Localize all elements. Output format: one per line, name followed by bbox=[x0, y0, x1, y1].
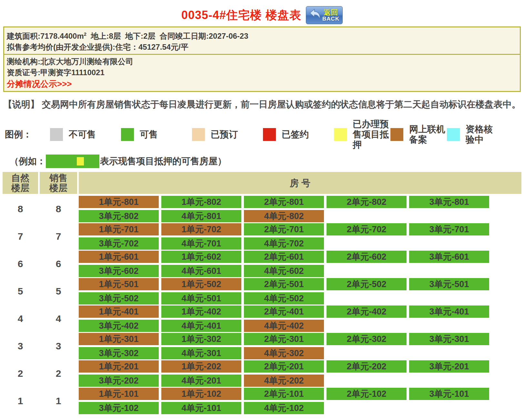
unit-cell[interactable]: 2单元-402 bbox=[327, 305, 407, 318]
units-area: 1单元-2011单元-2022单元-2012单元-2023单元-2013单元-2… bbox=[79, 360, 521, 387]
unit-cell[interactable]: 1单元-601 bbox=[79, 251, 159, 263]
unit-cell[interactable]: 1单元-202 bbox=[161, 360, 241, 373]
unit-cell[interactable]: 2单元-102 bbox=[327, 388, 407, 400]
unit-cell[interactable]: 4单元-201 bbox=[161, 375, 241, 387]
unit-row: 3单元-3024单元-3014单元-302 bbox=[79, 347, 521, 359]
unit-cell[interactable]: 1单元-302 bbox=[161, 333, 241, 345]
units-area: 1单元-6011单元-6022单元-6012单元-6023单元-6013单元-6… bbox=[79, 251, 521, 277]
unit-cell[interactable]: 4单元-602 bbox=[244, 265, 324, 277]
unit-cell[interactable]: 1单元-501 bbox=[79, 278, 159, 290]
sales-floor-label: 6 bbox=[40, 251, 77, 277]
legend-item-label: 已办理预售项目抵押 bbox=[353, 119, 390, 150]
unit-row: 3单元-6024单元-6014单元-602 bbox=[79, 265, 521, 277]
surveyor-line: 测绘机构:北京大地万川测绘有限公司 bbox=[7, 56, 517, 67]
legend-swatch bbox=[447, 128, 460, 141]
unit-cell[interactable]: 4单元-102 bbox=[244, 402, 324, 414]
units-area: 1单元-8011单元-8022单元-8012单元-8023单元-8013单元-8… bbox=[79, 196, 521, 222]
unit-row: 3单元-2024单元-2014单元-202 bbox=[79, 375, 521, 387]
unit-cell[interactable]: 2单元-502 bbox=[327, 278, 407, 290]
unit-cell[interactable]: 2单元-401 bbox=[244, 305, 324, 318]
unit-cell[interactable]: 1单元-802 bbox=[161, 196, 241, 208]
unit-cell[interactable]: 4单元-401 bbox=[161, 320, 241, 332]
unit-row: 1单元-4011单元-4022单元-4012单元-4023单元-401 bbox=[79, 305, 521, 318]
reference-price-line: 拟售参考均价(由开发企业提供):住宅：45127.54元/平 bbox=[7, 42, 517, 53]
unit-cell[interactable]: 4单元-801 bbox=[161, 210, 241, 222]
unit-cell[interactable]: 2单元-602 bbox=[327, 251, 407, 263]
legend-item-5: 网上联机备案 bbox=[390, 124, 447, 145]
unit-cell[interactable]: 1单元-201 bbox=[79, 360, 159, 373]
unit-cell[interactable]: 4单元-601 bbox=[161, 265, 241, 277]
unit-cell[interactable]: 3单元-101 bbox=[409, 388, 489, 400]
apportionment-link[interactable]: 分摊情况公示>>> bbox=[7, 78, 72, 90]
unit-cell[interactable]: 3单元-801 bbox=[409, 196, 489, 208]
unit-cell[interactable]: 4单元-202 bbox=[244, 375, 324, 387]
floor-section: 221单元-2011单元-2022单元-2012单元-2023单元-2013单元… bbox=[3, 360, 521, 387]
unit-cell[interactable]: 3单元-301 bbox=[409, 333, 489, 345]
unit-cell[interactable]: 3单元-202 bbox=[79, 375, 159, 387]
floors-container: 881单元-8011单元-8022单元-8012单元-8023单元-8013单元… bbox=[3, 196, 521, 420]
legend-item-label: 已签约 bbox=[282, 129, 309, 140]
unit-cell[interactable]: 4单元-302 bbox=[244, 347, 324, 359]
building-table: 自然楼层 销售楼层 房 号 881单元-8011单元-8022单元-8012单元… bbox=[3, 172, 521, 420]
unit-cell[interactable]: 1单元-102 bbox=[161, 388, 241, 400]
unit-cell[interactable]: 3单元-402 bbox=[79, 320, 159, 332]
unit-cell[interactable]: 1单元-301 bbox=[79, 333, 159, 345]
unit-cell[interactable]: 1单元-502 bbox=[161, 278, 241, 290]
back-button[interactable]: 返回 BACK bbox=[306, 6, 343, 24]
unit-cell[interactable]: 3单元-401 bbox=[409, 305, 489, 318]
unit-cell[interactable]: 2单元-802 bbox=[327, 196, 407, 208]
unit-cell[interactable]: 2单元-801 bbox=[244, 196, 324, 208]
natural-floor-label: 6 bbox=[3, 251, 38, 277]
example-mortgage-square bbox=[77, 157, 84, 165]
unit-cell[interactable]: 3单元-701 bbox=[409, 223, 489, 235]
legend-item-1: 可售 bbox=[121, 128, 192, 141]
unit-cell[interactable]: 4单元-701 bbox=[161, 237, 241, 250]
units-area: 1单元-5011单元-5022单元-5012单元-5023单元-5013单元-5… bbox=[79, 278, 521, 305]
back-button-label-en: BACK bbox=[322, 16, 339, 22]
unit-cell[interactable]: 1单元-602 bbox=[161, 251, 241, 263]
floor-section: 881单元-8011单元-8022单元-8012单元-8023单元-8013单元… bbox=[3, 196, 521, 222]
unit-cell[interactable]: 4单元-802 bbox=[244, 210, 324, 222]
unit-cell[interactable]: 2单元-702 bbox=[327, 223, 407, 235]
unit-row: 1单元-8011单元-8022单元-8012单元-8023单元-801 bbox=[79, 196, 521, 208]
natural-floor-label: 2 bbox=[3, 360, 38, 387]
unit-cell[interactable]: 2单元-601 bbox=[244, 251, 324, 263]
unit-cell[interactable]: 1单元-801 bbox=[79, 196, 159, 208]
unit-cell[interactable]: 3单元-802 bbox=[79, 210, 159, 222]
unit-cell[interactable]: 1单元-401 bbox=[79, 305, 159, 318]
unit-cell[interactable]: 1单元-702 bbox=[161, 223, 241, 235]
unit-cell[interactable]: 3单元-601 bbox=[409, 251, 489, 263]
legend-item-0: 不可售 bbox=[50, 128, 121, 141]
legend-swatch bbox=[50, 128, 63, 141]
unit-cell[interactable]: 3单元-702 bbox=[79, 237, 159, 250]
floor-section: 551单元-5011单元-5022单元-5012单元-5023单元-5013单元… bbox=[3, 278, 521, 305]
unit-cell[interactable]: 4单元-702 bbox=[244, 237, 324, 250]
update-notice: 【说明】 交易网中所有房屋销售状态于每日凌晨进行更新，前一日房屋认购或签约的状态… bbox=[3, 98, 521, 111]
unit-cell[interactable]: 3单元-102 bbox=[79, 402, 159, 414]
sales-floor-label: -1 bbox=[40, 415, 77, 420]
unit-row: 3单元-5024单元-5014单元-502 bbox=[79, 292, 521, 305]
unit-cell[interactable]: 1单元-101 bbox=[79, 388, 159, 400]
unit-cell[interactable]: 2单元-701 bbox=[244, 223, 324, 235]
unit-cell[interactable]: 4单元-501 bbox=[161, 292, 241, 305]
unit-row: 3单元-1024单元-1014单元-102 bbox=[79, 402, 521, 414]
unit-cell[interactable]: 3单元-501 bbox=[409, 278, 489, 290]
unit-cell[interactable]: 4单元-101 bbox=[161, 402, 241, 414]
unit-cell[interactable]: 1单元-402 bbox=[161, 305, 241, 318]
building-info-bottom: 测绘机构:北京大地万川测绘有限公司 资质证号:甲测资字11110021 分摊情况… bbox=[4, 55, 520, 91]
unit-cell[interactable]: 3单元-502 bbox=[79, 292, 159, 305]
unit-cell[interactable]: 2单元-101 bbox=[244, 388, 324, 400]
unit-cell[interactable]: 2单元-301 bbox=[244, 333, 324, 345]
unit-cell[interactable]: 2单元-202 bbox=[327, 360, 407, 373]
unit-cell[interactable]: 2单元-201 bbox=[244, 360, 324, 373]
unit-row: 1单元-1011单元-1022单元-1012单元-1023单元-101 bbox=[79, 388, 521, 400]
unit-cell[interactable]: 2单元-302 bbox=[327, 333, 407, 345]
unit-cell[interactable]: 4单元-301 bbox=[161, 347, 241, 359]
unit-cell[interactable]: 3单元-602 bbox=[79, 265, 159, 277]
unit-cell[interactable]: 4单元-502 bbox=[244, 292, 324, 305]
unit-cell[interactable]: 3单元-201 bbox=[409, 360, 489, 373]
unit-cell[interactable]: 1单元-701 bbox=[79, 223, 159, 235]
unit-cell[interactable]: 3单元-302 bbox=[79, 347, 159, 359]
unit-cell[interactable]: 4单元-402 bbox=[244, 320, 324, 332]
unit-cell[interactable]: 2单元-501 bbox=[244, 278, 324, 290]
